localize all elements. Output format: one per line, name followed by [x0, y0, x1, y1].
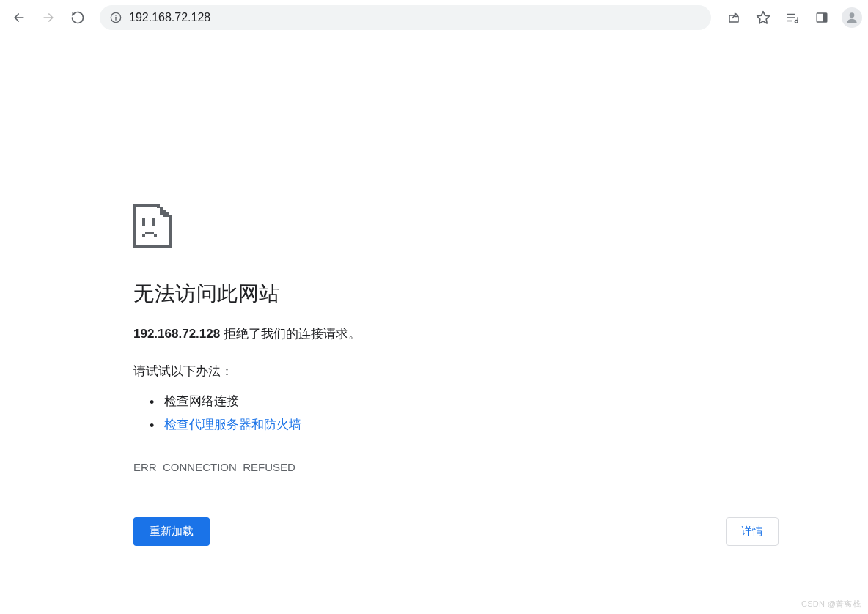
- svg-rect-7: [160, 207, 163, 215]
- panel-icon: [815, 11, 828, 24]
- button-row: 重新加载 详情: [133, 517, 779, 546]
- svg-rect-12: [145, 232, 154, 234]
- side-panel-button[interactable]: [808, 4, 836, 31]
- media-button[interactable]: [779, 4, 806, 31]
- reload-button[interactable]: [65, 4, 91, 31]
- error-page-icon: [133, 204, 780, 251]
- list-item: 检查代理服务器和防火墙: [164, 413, 780, 437]
- person-icon: [845, 10, 859, 25]
- share-button[interactable]: [720, 4, 748, 31]
- suggestions-title: 请试试以下办法：: [133, 363, 780, 380]
- error-host: 192.168.72.128: [133, 327, 220, 341]
- address-bar[interactable]: 192.168.72.128: [100, 5, 711, 30]
- suggestions-list: 检查网络连接 检查代理服务器和防火墙: [133, 390, 780, 437]
- svg-point-6: [850, 12, 855, 18]
- bookmark-button[interactable]: [749, 4, 777, 31]
- details-button[interactable]: 详情: [726, 517, 779, 546]
- site-info-icon[interactable]: [110, 12, 122, 23]
- browser-toolbar: 192.168.72.128: [0, 0, 868, 35]
- svg-rect-11: [142, 234, 145, 237]
- arrow-right-icon: [41, 10, 56, 25]
- list-item: 检查网络连接: [164, 390, 780, 413]
- share-icon: [727, 11, 740, 24]
- profile-avatar[interactable]: [842, 7, 862, 28]
- reload-icon: [70, 10, 85, 25]
- music-list-icon: [786, 11, 799, 24]
- error-code: ERR_CONNECTION_REFUSED: [133, 461, 780, 473]
- watermark: CSDN @菁离栈: [801, 599, 861, 610]
- svg-rect-8: [163, 214, 169, 217]
- error-page: 无法访问此网站 192.168.72.128 拒绝了我们的连接请求。 请试试以下…: [0, 35, 868, 546]
- suggestion-link[interactable]: 检查代理服务器和防火墙: [164, 418, 301, 432]
- url-text: 192.168.72.128: [129, 11, 701, 24]
- forward-button[interactable]: [35, 4, 62, 31]
- star-icon: [756, 10, 770, 25]
- suggestion-text: 检查网络连接: [164, 394, 239, 408]
- svg-point-2: [115, 15, 117, 16]
- svg-rect-5: [823, 13, 827, 22]
- error-title: 无法访问此网站: [133, 280, 780, 308]
- svg-rect-9: [142, 218, 145, 226]
- back-button[interactable]: [6, 4, 32, 31]
- reload-page-button[interactable]: 重新加载: [133, 517, 210, 546]
- svg-rect-10: [152, 218, 155, 226]
- toolbar-right: [720, 4, 862, 31]
- arrow-left-icon: [12, 10, 26, 25]
- error-message: 192.168.72.128 拒绝了我们的连接请求。: [133, 325, 780, 342]
- svg-rect-13: [154, 234, 157, 237]
- error-message-text: 拒绝了我们的连接请求。: [220, 327, 361, 341]
